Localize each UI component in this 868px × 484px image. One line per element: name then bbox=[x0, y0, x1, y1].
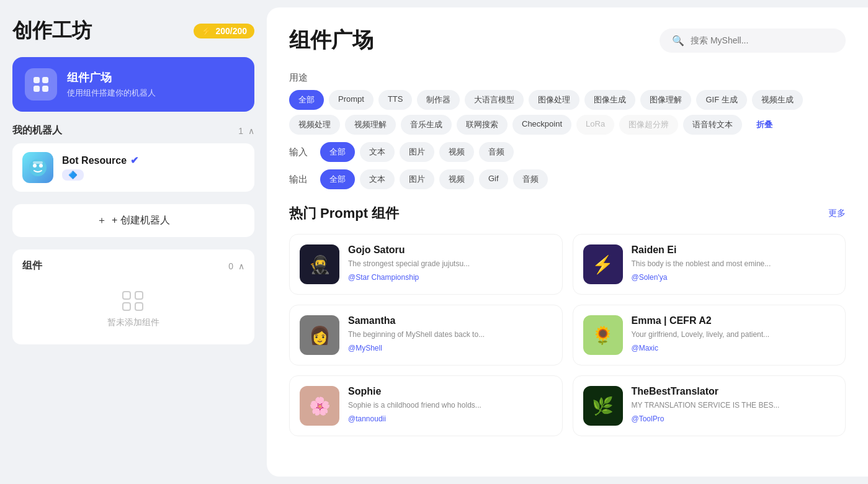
comp-desc-2: The beginning of MyShell dates back to..… bbox=[348, 329, 485, 340]
my-robots-header: 我的机器人 1 ∧ bbox=[12, 124, 254, 137]
create-bot-button[interactable]: ＋ + 创建机器人 bbox=[12, 204, 254, 237]
comp-name-0: Gojo Satoru bbox=[348, 244, 470, 256]
output-tag-视频[interactable]: 视频 bbox=[439, 169, 474, 189]
filter-tag-联网搜索[interactable]: 联网搜索 bbox=[457, 115, 508, 135]
component-info-4: Sophie Sophie is a childhood friend who … bbox=[348, 386, 481, 423]
component-card-3[interactable]: 🌻 Emma | CEFR A2 Your girlfriend, Lovely… bbox=[573, 305, 846, 365]
filter-tag-LoRa[interactable]: LoRa bbox=[576, 115, 614, 135]
input-filter-row: 输入 全部文本图片视频音频 bbox=[289, 142, 846, 162]
hot-header: 热门 Prompt 组件 更多 bbox=[289, 204, 846, 223]
input-tag-音频[interactable]: 音频 bbox=[479, 142, 514, 162]
my-robots-count: 1 bbox=[238, 126, 243, 136]
main-title: 组件广场 bbox=[289, 26, 374, 55]
comp-name-3: Emma | CEFR A2 bbox=[632, 315, 770, 326]
filter-tag-语音转文本[interactable]: 语音转文本 bbox=[683, 115, 742, 135]
component-thumb-4: 🌸 bbox=[300, 386, 339, 426]
component-thumb-5: 🌿 bbox=[583, 386, 623, 426]
filter-tag-视频生成[interactable]: 视频生成 bbox=[752, 90, 803, 110]
filter-tag-全部[interactable]: 全部 bbox=[289, 90, 324, 110]
search-input[interactable] bbox=[691, 35, 833, 45]
yongtu-tags: 全部PromptTTS制作器大语言模型图像处理图像生成图像理解GIF 生成视频生… bbox=[289, 90, 846, 135]
component-card-1[interactable]: ⚡ Raiden Ei This body is the noblest and… bbox=[573, 234, 846, 295]
components-chevron-icon[interactable]: ∧ bbox=[238, 261, 244, 271]
svg-rect-0 bbox=[34, 77, 40, 83]
chevron-up-icon[interactable]: ∧ bbox=[248, 126, 254, 136]
bot-name: Bot Resource ✔ bbox=[62, 155, 138, 166]
card-grid: 🥷 Gojo Satoru The strongest special grad… bbox=[289, 234, 846, 436]
components-count: 0 bbox=[228, 261, 233, 271]
energy-badge: ⚡ 200/200 bbox=[194, 24, 254, 38]
filter-tag-图像理解[interactable]: 图像理解 bbox=[640, 90, 691, 110]
bot-info: Bot Resource ✔ 🔷 bbox=[62, 155, 138, 181]
filter-tag-图像处理[interactable]: 图像处理 bbox=[529, 90, 579, 110]
input-tag-全部[interactable]: 全部 bbox=[320, 142, 355, 162]
input-tag-图片[interactable]: 图片 bbox=[400, 142, 434, 162]
output-tag-图片[interactable]: 图片 bbox=[400, 169, 434, 189]
filter-tag-折叠[interactable]: 折叠 bbox=[747, 115, 782, 135]
filter-tag-图像生成[interactable]: 图像生成 bbox=[584, 90, 635, 110]
component-info-1: Raiden Ei This body is the noblest and m… bbox=[632, 244, 771, 282]
comp-desc-0: The strongest special grade jujutsu... bbox=[348, 258, 470, 269]
marketplace-card-title: 组件广场 bbox=[67, 70, 156, 85]
comp-name-2: Samantha bbox=[348, 315, 485, 326]
filter-tag-音乐生成[interactable]: 音乐生成 bbox=[401, 115, 452, 135]
input-tag-文本[interactable]: 文本 bbox=[360, 142, 395, 162]
grid-dot-2 bbox=[135, 291, 143, 300]
output-tag-文本[interactable]: 文本 bbox=[360, 169, 395, 189]
sidebar-header: 创作工坊 ⚡ 200/200 bbox=[12, 17, 254, 45]
comp-author-3: @Maxic bbox=[632, 344, 770, 352]
marketplace-card-subtitle: 使用组件搭建你的机器人 bbox=[67, 87, 156, 99]
filter-tag-GIF 生成[interactable]: GIF 生成 bbox=[696, 90, 746, 110]
comp-desc-1: This body is the noblest and most emine.… bbox=[632, 258, 771, 269]
component-info-5: TheBestTranslator MY TRANSLATION SERVICE… bbox=[632, 386, 780, 423]
input-label: 输入 bbox=[289, 146, 314, 158]
main-content: 组件广场 🔍 用途 全部PromptTTS制作器大语言模型图像处理图像生成图像理… bbox=[267, 7, 868, 477]
comp-name-5: TheBestTranslator bbox=[632, 386, 780, 397]
filter-tag-TTS[interactable]: TTS bbox=[378, 90, 413, 110]
components-meta: 0 ∧ bbox=[228, 261, 244, 271]
component-thumb-2: 👩 bbox=[300, 315, 339, 355]
component-info-2: Samantha The beginning of MyShell dates … bbox=[348, 315, 485, 352]
components-header: 组件 0 ∧ bbox=[22, 259, 244, 272]
input-tag-视频[interactable]: 视频 bbox=[439, 142, 474, 162]
search-bar[interactable]: 🔍 bbox=[660, 29, 846, 53]
hot-section: 热门 Prompt 组件 更多 🥷 Gojo Satoru The strong… bbox=[289, 204, 846, 436]
output-tag-全部[interactable]: 全部 bbox=[320, 169, 355, 189]
svg-point-5 bbox=[33, 164, 37, 168]
lightning-icon: ⚡ bbox=[201, 26, 212, 36]
comp-desc-4: Sophie is a childhood friend who holds..… bbox=[348, 400, 481, 411]
plus-icon: ＋ bbox=[97, 214, 107, 227]
bot-card[interactable]: Bot Resource ✔ 🔷 bbox=[12, 143, 254, 192]
marketplace-info: 组件广场 使用组件搭建你的机器人 bbox=[67, 70, 156, 99]
marketplace-icon bbox=[25, 68, 57, 101]
component-card-5[interactable]: 🌿 TheBestTranslator MY TRANSLATION SERVI… bbox=[573, 375, 846, 436]
components-title: 组件 bbox=[22, 259, 42, 272]
component-thumb-3: 🌻 bbox=[583, 315, 623, 355]
component-card-0[interactable]: 🥷 Gojo Satoru The strongest special grad… bbox=[289, 234, 563, 295]
output-filter-row: 输出 全部文本图片视频Gif音频 bbox=[289, 169, 846, 189]
more-link[interactable]: 更多 bbox=[828, 208, 846, 219]
marketplace-card[interactable]: 组件广场 使用组件搭建你的机器人 bbox=[12, 57, 254, 112]
comp-desc-5: MY TRANSLATION SERVICE IS THE BES... bbox=[632, 400, 780, 411]
component-card-4[interactable]: 🌸 Sophie Sophie is a childhood friend wh… bbox=[289, 375, 563, 436]
hot-title: 热门 Prompt 组件 bbox=[289, 204, 399, 223]
sidebar-title: 创作工坊 bbox=[12, 17, 92, 45]
output-tag-音频[interactable]: 音频 bbox=[513, 169, 548, 189]
components-section: 组件 0 ∧ 暂未添加组件 bbox=[12, 249, 254, 344]
filter-tag-图像超分辨[interactable]: 图像超分辨 bbox=[619, 115, 678, 135]
output-tag-Gif[interactable]: Gif bbox=[479, 169, 508, 189]
component-info-3: Emma | CEFR A2 Your girlfriend, Lovely, … bbox=[632, 315, 770, 352]
filter-tag-视频处理[interactable]: 视频处理 bbox=[289, 115, 340, 135]
component-card-2[interactable]: 👩 Samantha The beginning of MyShell date… bbox=[289, 305, 563, 365]
filter-tag-Checkpoint[interactable]: Checkpoint bbox=[512, 115, 571, 135]
sidebar: 创作工坊 ⚡ 200/200 组件广场 使用组件搭建你的机器人 我的机器人 1 … bbox=[0, 0, 267, 484]
empty-text: 暂未添加组件 bbox=[107, 317, 159, 328]
filter-tag-视频理解[interactable]: 视频理解 bbox=[345, 115, 396, 135]
svg-point-6 bbox=[39, 164, 43, 168]
filter-tag-Prompt[interactable]: Prompt bbox=[329, 90, 374, 110]
yongtu-label: 用途 bbox=[289, 72, 314, 84]
main-header: 组件广场 🔍 bbox=[289, 26, 846, 55]
filter-tag-大语言模型[interactable]: 大语言模型 bbox=[465, 90, 524, 110]
filter-tag-制作器[interactable]: 制作器 bbox=[417, 90, 460, 110]
comp-desc-3: Your girlfriend, Lovely, lively, and pat… bbox=[632, 329, 770, 340]
